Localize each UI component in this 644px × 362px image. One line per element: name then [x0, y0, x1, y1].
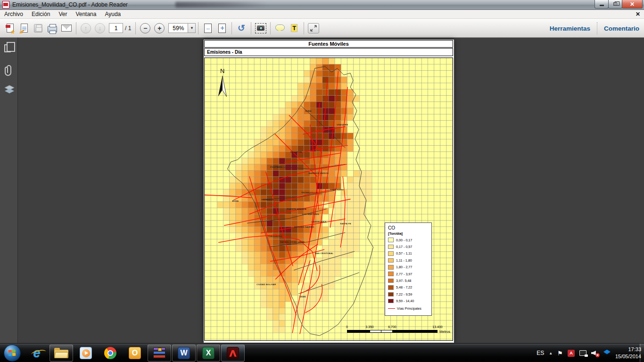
fullscreen-icon	[308, 23, 319, 33]
locality-label: SANTA FE	[340, 222, 351, 225]
highlight-icon: T	[291, 24, 297, 32]
taskbar-outlook[interactable]: O	[123, 345, 147, 362]
taskbar-excel[interactable]: X	[197, 345, 220, 362]
emissions-map[interactable]: NSUBAUSAQUENENGATIVAFONTIBONBARRIOS UNID…	[204, 58, 453, 341]
system-tray: ES ▲ ⚑ A ✕ 17:33 15/05/2014	[537, 344, 641, 362]
locality-label: ENGATIVA	[290, 151, 302, 153]
menu-edicion[interactable]: Edición	[27, 10, 54, 18]
map-subtitle-box: Emisiones - Día	[204, 48, 453, 56]
pdf-file-icon	[2, 1, 9, 8]
email-button[interactable]	[60, 22, 73, 35]
page-total-label: / 1	[125, 25, 131, 32]
snapshot-button[interactable]	[254, 22, 267, 35]
highlight-text-button[interactable]: T	[288, 22, 301, 35]
print-button[interactable]	[46, 22, 59, 35]
herramientas-button[interactable]: Herramientas	[550, 25, 590, 32]
volume-muted-icon[interactable]: ✕	[591, 350, 599, 356]
pdf-page[interactable]: Fuentes Móviles Emisiones - Día NSUBAUSA…	[204, 40, 454, 343]
language-indicator[interactable]: ES	[537, 350, 544, 356]
menu-ayuda[interactable]: Ayuda	[100, 10, 125, 18]
menu-bar: Archivo Edición Ver Ventana Ayuda ✕	[0, 10, 644, 19]
document-area[interactable]: Fuentes Móviles Emisiones - Día NSUBAUSA…	[0, 38, 644, 343]
locality-label: BARRIOS UNIDOS	[309, 172, 329, 174]
legend-class-row: 0,00 - 0,17	[388, 237, 429, 243]
window-titlebar[interactable]: Emisiones_Movilidad_CO.pdf - Adobe Reade…	[0, 0, 644, 10]
scale-unit-label: Metros	[439, 329, 450, 334]
zoom-out-button[interactable]: −	[139, 22, 152, 35]
start-button[interactable]	[4, 345, 21, 362]
locality-label: ANTONIO NARIÑO	[294, 226, 314, 228]
restore-button[interactable]	[608, 0, 622, 8]
restore-icon	[613, 2, 617, 6]
internet-explorer-icon: e	[33, 346, 40, 361]
toolbar: ↑ ↓ 1 / 1 − + 59% ▼ ↔ ✛ ↻ T Herramienta	[0, 19, 644, 38]
menu-ventana[interactable]: Ventana	[71, 10, 100, 18]
menu-ver[interactable]: Ver	[54, 10, 71, 18]
legend-swatch	[388, 251, 394, 256]
close-button[interactable]: ✕	[622, 0, 643, 8]
page-number-input[interactable]: 1	[109, 23, 123, 33]
adobe-updater-tray-icon[interactable]: A	[568, 350, 575, 357]
excel-icon: X	[202, 347, 215, 359]
open-file-button[interactable]	[17, 22, 31, 35]
tray-expand-icon[interactable]: ▲	[549, 351, 553, 355]
zoom-level-select[interactable]: 59% ▼	[168, 23, 196, 33]
windows-logo-icon	[8, 350, 17, 357]
locality-label: TEUSAQUILLO	[301, 191, 318, 194]
save-icon	[34, 24, 42, 33]
arrow-up-icon: ↑	[81, 23, 91, 33]
comentario-button[interactable]: Comentario	[604, 25, 639, 32]
previous-page-button[interactable]: ↑	[79, 22, 92, 35]
map-subtitle: Emisiones - Día	[207, 49, 242, 55]
tray-time: 17:33	[615, 346, 641, 353]
attachments-icon[interactable]	[4, 64, 14, 78]
action-center-flag-icon[interactable]: ⚑	[557, 350, 563, 357]
taskbar-windows-explorer[interactable]	[50, 345, 73, 362]
locality-label: SUBA	[305, 110, 312, 112]
taskbar-media-player[interactable]	[74, 345, 98, 362]
minimize-button[interactable]	[594, 0, 609, 8]
legend-range-label: 0,17 - 0,57	[396, 245, 412, 249]
legend-range-label: 5,48 - 7,22	[396, 285, 412, 289]
legend-swatch	[388, 245, 394, 249]
open-file-icon	[21, 24, 28, 33]
chevron-down-icon[interactable]: ▼	[188, 24, 195, 33]
locality-label: PUENTE ARANDA	[287, 208, 306, 210]
taskbar-winrar[interactable]	[148, 345, 171, 362]
adobe-reader-icon	[227, 347, 239, 359]
locality-label: USAQUEN	[337, 123, 348, 126]
rotate-view-button[interactable]: ↻	[235, 22, 248, 35]
zoom-in-button[interactable]: +	[153, 22, 166, 35]
close-document-icon[interactable]: ✕	[636, 11, 640, 17]
legend-units: [Ton/día]	[388, 231, 429, 236]
fit-width-button[interactable]: ↔	[201, 22, 215, 35]
taskbar-chrome[interactable]	[99, 345, 122, 362]
legend-class-row: 1,11 - 1,80	[388, 257, 429, 263]
create-pdf-button[interactable]	[3, 22, 17, 35]
taskbar-internet-explorer[interactable]: e	[25, 345, 49, 362]
legend-range-label: 3,97- 5,48	[396, 279, 411, 283]
legend-swatch	[388, 238, 394, 242]
page-thumbnails-icon[interactable]	[4, 44, 11, 52]
network-icon[interactable]	[579, 350, 586, 356]
legend-class-row: 5,48 - 7,22	[388, 284, 429, 291]
tray-clock[interactable]: 17:33 15/05/2014	[615, 346, 641, 360]
layers-icon[interactable]	[4, 85, 15, 96]
taskbar-word[interactable]: W	[172, 345, 196, 362]
sticky-note-button[interactable]	[273, 22, 287, 35]
legend-roads-label: Vías Príncipales	[397, 306, 421, 311]
map-legend: CO [Ton/día] 0,00 - 0,170,17 - 0,570,57 …	[385, 222, 432, 316]
legend-title: CO	[388, 225, 429, 230]
fullscreen-button[interactable]	[307, 22, 320, 35]
locality-label: TUNJUELITO	[268, 235, 282, 238]
scale-tick-0: 0	[346, 325, 348, 329]
next-page-button[interactable]: ↓	[93, 22, 107, 35]
fit-page-button[interactable]: ✛	[215, 22, 229, 35]
word-icon: W	[178, 347, 190, 359]
legend-class-row: 1,80 - 2,77	[388, 264, 429, 271]
taskbar-adobe-reader[interactable]	[221, 345, 245, 362]
show-desktop-button[interactable]	[640, 344, 644, 362]
save-button[interactable]	[32, 22, 45, 35]
menu-archivo[interactable]: Archivo	[0, 10, 27, 18]
dropbox-icon[interactable]	[603, 350, 611, 357]
